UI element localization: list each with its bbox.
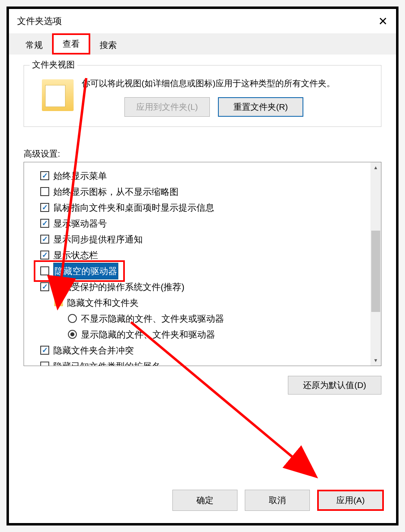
folder-icon: [54, 299, 63, 306]
advanced-settings-list[interactable]: 始终显示菜单 始终显示图标，从不显示缩略图 鼠标指向文件夹和桌面项时显示提示信息…: [24, 162, 381, 366]
checkbox-icon[interactable]: [40, 203, 49, 212]
scrollbar[interactable]: ▲ ▼: [370, 162, 381, 366]
scroll-thumb[interactable]: [371, 231, 380, 312]
close-button[interactable]: ✕: [372, 14, 393, 28]
folder-options-dialog: 文件夹选项 ✕ 常规 查看 搜索 文件夹视图 你可以将此视图(如详细信息或图标)…: [9, 9, 396, 523]
advanced-settings-label: 高级设置:: [24, 148, 381, 159]
folder-view-row: 你可以将此视图(如详细信息或图标)应用于这种类型的所有文件夹。 应用到文件夹(L…: [34, 77, 371, 117]
close-icon: ✕: [378, 15, 388, 28]
list-item[interactable]: 始终显示图标，从不显示缩略图: [40, 184, 381, 200]
checkbox-icon[interactable]: [40, 187, 49, 196]
item-label: 隐藏文件和文件夹: [67, 295, 139, 311]
checkbox-icon[interactable]: [40, 171, 49, 180]
list-item[interactable]: 隐藏文件和文件夹: [40, 295, 381, 311]
item-label: 隐藏已知文件类型的扩展名: [53, 358, 161, 366]
checkbox-icon[interactable]: [40, 282, 49, 291]
item-label: 不显示隐藏的文件、文件夹或驱动器: [81, 311, 224, 327]
item-label: 显示驱动器号: [53, 216, 107, 231]
checkbox-icon[interactable]: [40, 362, 49, 366]
radio-icon[interactable]: [68, 330, 77, 339]
list-item[interactable]: 不显示隐藏的文件、文件夹或驱动器: [40, 311, 381, 327]
ok-button[interactable]: 确定: [172, 490, 237, 511]
list-item[interactable]: 始终显示菜单: [40, 168, 381, 184]
folder-view-group: 文件夹视图 你可以将此视图(如详细信息或图标)应用于这种类型的所有文件夹。 应用…: [24, 65, 381, 127]
titlebar: 文件夹选项 ✕: [9, 9, 396, 33]
item-label: 隐藏空的驱动器: [53, 263, 118, 279]
list-item[interactable]: 隐藏受保护的操作系统文件(推荐): [40, 279, 381, 295]
dialog-footer: 确定 取消 应用(A): [9, 482, 396, 523]
item-label: 显示隐藏的文件、文件夹和驱动器: [81, 327, 215, 342]
tab-general[interactable]: 常规: [16, 36, 52, 55]
folder-icon: [42, 79, 74, 111]
checkbox-icon[interactable]: [40, 346, 49, 355]
item-label: 鼠标指向文件夹和桌面项时显示提示信息: [53, 200, 214, 216]
scroll-down-icon[interactable]: ▼: [370, 355, 381, 366]
list-item[interactable]: 显示驱动器号: [40, 216, 381, 231]
checkbox-icon[interactable]: [40, 266, 49, 275]
tab-bar: 常规 查看 搜索: [9, 33, 396, 55]
restore-defaults-button[interactable]: 还原为默认值(D): [288, 376, 381, 395]
folder-view-description: 你可以将此视图(如详细信息或图标)应用于这种类型的所有文件夹。: [82, 77, 371, 90]
apply-button[interactable]: 应用(A): [317, 490, 384, 511]
list-item[interactable]: 显示隐藏的文件、文件夹和驱动器: [40, 327, 381, 342]
checkbox-icon[interactable]: [40, 235, 49, 244]
apply-to-folders-button: 应用到文件夹(L): [124, 97, 210, 117]
tab-content-view: 文件夹视图 你可以将此视图(如详细信息或图标)应用于这种类型的所有文件夹。 应用…: [9, 55, 396, 482]
dialog-title: 文件夹选项: [17, 15, 372, 27]
tab-view[interactable]: 查看: [52, 33, 90, 55]
radio-icon[interactable]: [68, 314, 77, 323]
item-label: 隐藏文件夹合并冲突: [53, 342, 134, 358]
item-label: 始终显示图标，从不显示缩略图: [53, 184, 179, 200]
item-label: 始终显示菜单: [53, 168, 107, 184]
checkbox-icon[interactable]: [40, 251, 49, 259]
scroll-up-icon[interactable]: ▲: [370, 162, 381, 173]
reset-folders-button[interactable]: 重置文件夹(R): [218, 97, 303, 117]
item-label: 隐藏受保护的操作系统文件(推荐): [53, 279, 185, 295]
list-item[interactable]: 隐藏文件夹合并冲突: [40, 342, 381, 358]
list-item-hide-empty-drives[interactable]: 隐藏空的驱动器: [40, 263, 381, 279]
item-label: 显示同步提供程序通知: [53, 231, 143, 247]
tab-search[interactable]: 搜索: [90, 36, 126, 55]
list-item[interactable]: 鼠标指向文件夹和桌面项时显示提示信息: [40, 200, 381, 216]
list-item[interactable]: 隐藏已知文件类型的扩展名: [40, 358, 381, 366]
list-item[interactable]: 显示同步提供程序通知: [40, 231, 381, 247]
checkbox-icon[interactable]: [40, 219, 49, 228]
cancel-button[interactable]: 取消: [245, 490, 310, 511]
folder-view-group-label: 文件夹视图: [30, 59, 77, 70]
